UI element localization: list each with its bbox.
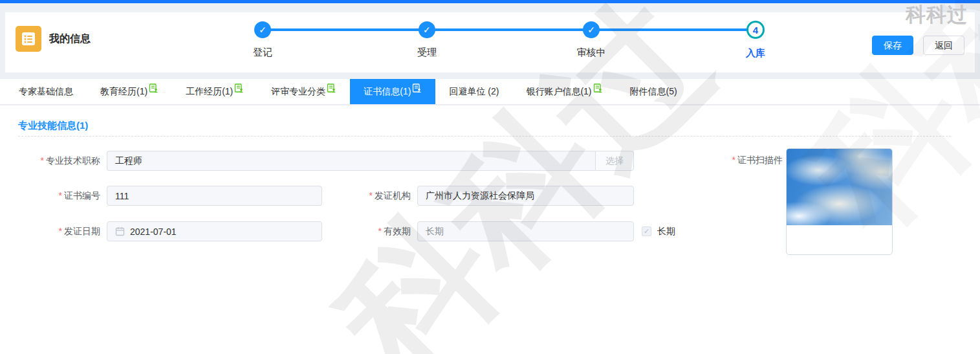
required-marker: * [59,226,62,236]
step-label: 审核中 [552,47,630,59]
tab-label: 证书信息(1) [364,79,411,104]
step-number-badge: 4 [746,21,765,39]
step-label: 入库 [717,47,794,60]
field-label-professional-title: *专业技术职称 [0,151,107,171]
step-label: 受理 [388,47,466,59]
professional-title-input[interactable]: 工程师 [107,151,595,171]
step-done-check-icon [254,21,271,38]
top-accent-bar [0,0,980,3]
step-accepted: 受理 [388,21,466,59]
required-marker: * [732,155,735,165]
step-register: 登记 [224,21,301,59]
form-user-icon [149,83,158,93]
certificate-scan-thumbnail[interactable] [786,148,893,255]
professional-title-group: 工程师 选择 [107,151,634,171]
form-user-icon [234,83,244,93]
progress-stepper: 登记 受理 审核中 4 入库 [263,21,756,67]
stepper-line [263,28,756,31]
required-marker: * [59,190,62,201]
long-term-checkbox[interactable] [642,227,651,236]
step-label: 登记 [224,47,301,59]
field-label-issue-date: *发证日期 [0,221,107,241]
issue-date-value: 2021-07-01 [130,227,177,237]
calendar-icon [115,227,125,236]
tab-label: 教育经历(1) [100,79,147,104]
field-label-cert-number: *证书编号 [0,186,107,206]
my-info-icon [16,26,41,52]
page-title-block: 我的信息 [16,26,91,52]
tab-label: 银行账户信息(1) [526,79,591,104]
step-reviewing: 审核中 [552,21,630,59]
field-label-validity: *有效期 [322,221,417,241]
form-user-icon [412,83,422,93]
form-user-icon [327,83,336,93]
header-card: 我的信息 登记 受理 审核中 4 入库 保存 返回 [5,12,975,72]
form-user-icon [593,83,603,93]
tab-attachment-info[interactable]: 附件信息(5) [616,79,691,104]
section-divider [18,136,951,137]
tab-label: 附件信息(5) [630,79,677,104]
tab-bank-account-info[interactable]: 银行账户信息(1) [512,79,616,104]
tab-label: 评审专业分类 [271,79,325,104]
tab-label: 专家基础信息 [19,79,73,104]
save-button[interactable]: 保存 [872,36,913,55]
required-marker: * [41,155,44,166]
select-button[interactable]: 选择 [595,151,634,171]
tab-label: 工作经历(1) [186,79,233,104]
validity-input[interactable]: 长期 [417,221,634,241]
tab-label: 回避单位 (2) [449,79,499,104]
long-term-checkbox-label: 长期 [657,226,675,238]
step-done-check-icon [419,21,435,38]
page-title: 我的信息 [49,26,91,52]
tab-work-history[interactable]: 工作经历(1) [172,79,257,104]
tab-certificate-info-active[interactable]: 证书信息(1) [350,79,435,104]
cert-number-input[interactable]: 111 [107,186,322,206]
required-marker: * [378,226,382,236]
field-label-issuer: *发证机构 [322,186,417,206]
long-term-checkbox-wrap: 长期 [642,226,675,238]
list-form-icon [21,32,36,46]
field-label-cert-scan: *证书扫描件 [715,155,783,166]
required-marker: * [369,190,373,201]
tab-expert-basic-info[interactable]: 专家基础信息 [5,79,87,104]
tab-avoidance-units[interactable]: 回避单位 (2) [435,79,512,104]
section-title: 专业技能信息(1) [18,120,88,132]
certificate-scan-image [787,149,892,225]
step-done-check-icon [583,21,600,38]
issuer-input[interactable]: 广州市人力资源社会保障局 [417,186,634,206]
back-button[interactable]: 返回 [923,36,964,55]
tabs-bar: 专家基础信息 教育经历(1) 工作经历(1) 评审专业分类 [0,79,980,105]
tab-review-specialty[interactable]: 评审专业分类 [257,79,350,104]
certificate-info-panel: 专业技能信息(1) *专业技术职称 工程师 选择 *证书编号 111 *发证机构… [0,105,980,354]
tab-education-history[interactable]: 教育经历(1) [87,79,172,104]
step-stored-current: 4 入库 [717,21,794,60]
issue-date-input[interactable]: 2021-07-01 [107,221,322,241]
header-actions: 保存 返回 [872,36,964,55]
